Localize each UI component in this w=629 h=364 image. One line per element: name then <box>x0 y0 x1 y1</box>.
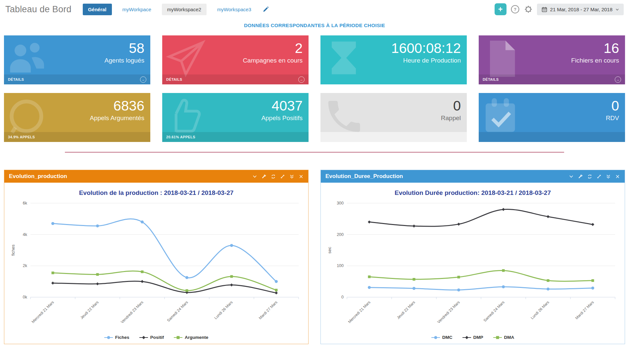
kpi-value: 1600:08:12 <box>391 41 461 56</box>
users-icon <box>7 38 48 79</box>
data-point-Positif <box>51 282 54 285</box>
chart-legend: DMCDMPDMA <box>323 335 622 342</box>
data-point-DMA <box>502 269 505 272</box>
data-point-DMP <box>502 208 505 211</box>
data-point-Fiches <box>275 280 278 283</box>
legend-item-DMP[interactable]: DMP <box>462 335 483 340</box>
data-point-Positif <box>141 280 144 283</box>
data-point-Fiches <box>51 222 54 225</box>
svg-text:0k: 0k <box>23 295 27 299</box>
wrench-icon[interactable] <box>262 174 266 179</box>
kpi-value: 58 <box>105 41 144 56</box>
arrow-right-icon[interactable]: → <box>140 76 146 83</box>
data-point-Fiches <box>141 220 144 223</box>
y-axis-title: fiches <box>11 245 16 256</box>
kpi-footer-text: DÉTAILS <box>8 77 24 81</box>
arrow-right-icon[interactable]: → <box>298 76 305 83</box>
double-chevron-down-icon[interactable] <box>606 174 611 179</box>
kpi-label: Campagnes en cours <box>243 57 303 64</box>
chevron-down-icon[interactable] <box>252 174 257 179</box>
expand-icon[interactable] <box>597 174 602 179</box>
refresh-icon[interactable] <box>587 174 592 179</box>
arrow-right-icon[interactable]: → <box>615 76 621 83</box>
data-point-DMP <box>368 220 371 223</box>
kpi-footer[interactable]: DÉTAILS→ <box>4 74 150 84</box>
kpi-card[interactable]: 4037 Appels Positifs 20.61% APPELS <box>162 93 309 142</box>
data-point-Argumente <box>141 270 144 273</box>
wrench-icon[interactable] <box>578 174 583 179</box>
data-point-DMA <box>413 278 415 281</box>
data-point-DMC <box>368 286 371 289</box>
tab-myworkspace2[interactable]: myWorkspace2 <box>162 4 207 15</box>
data-point-DMC <box>547 288 550 291</box>
kpi-card[interactable]: 0 RDV <box>479 93 625 142</box>
legend-label: Positif <box>150 335 164 340</box>
section-divider <box>65 152 564 153</box>
kpi-card[interactable]: 2 Campagnes en cours DÉTAILS→ <box>162 35 309 84</box>
line-chart: 0100200300secMercredi 21 MarsJeudi 22 Ma… <box>324 198 622 334</box>
kpi-card[interactable]: 6836 Appels Argumentés 34.9% APPELS <box>4 93 150 142</box>
kpi-footer-text: DÉTAILS <box>483 77 499 81</box>
series-line-Fiches <box>53 219 276 282</box>
kpi-label: Appels Positifs <box>261 114 303 122</box>
x-axis-label: Samedi 24 Mars <box>166 300 189 323</box>
kpi-value: 4037 <box>261 98 303 114</box>
chart-title: Evolution Durée production: 2018-03-21 /… <box>323 189 622 197</box>
kpi-footer[interactable]: DÉTAILS→ <box>479 74 625 84</box>
gear-icon[interactable] <box>524 5 533 14</box>
legend-item-Fiches[interactable]: Fiches <box>104 335 129 340</box>
data-point-Positif <box>96 282 99 285</box>
question-icon[interactable]: ? <box>510 5 520 14</box>
series-line-Positif <box>53 281 276 293</box>
refresh-icon[interactable] <box>271 174 276 179</box>
kpi-footer[interactable]: DÉTAILS→ <box>162 74 309 84</box>
kpi-footer <box>479 132 625 142</box>
kpi-footer-text: DÉTAILS <box>166 77 182 81</box>
paper-plane-icon <box>165 38 206 79</box>
date-range-value: 21 Mar, 2018 - 27 Mar, 2018 <box>550 7 612 12</box>
kpi-value: 0 <box>606 98 619 114</box>
double-chevron-down-icon[interactable] <box>289 174 294 179</box>
legend-item-Argumente[interactable]: Argumente <box>174 335 208 340</box>
data-point-Positif <box>230 283 233 286</box>
panel-header: Evolution_production <box>4 170 308 183</box>
pencil-icon[interactable] <box>263 6 269 13</box>
data-point-DMC <box>502 285 505 288</box>
panel-toolbar <box>569 174 620 179</box>
add-widget-button[interactable]: + <box>495 3 507 15</box>
data-point-DMA <box>458 276 460 278</box>
kpi-value: 16 <box>571 41 619 56</box>
kpi-card[interactable]: 1600:08:12 Heure de Production <box>320 35 467 84</box>
x-axis-label: Mercredi 21 Mars <box>31 300 55 324</box>
tab-myworkspace3[interactable]: myWorkspace3 <box>212 4 257 15</box>
kpi-card[interactable]: 0 Rappel <box>320 93 467 142</box>
close-icon[interactable] <box>299 174 304 179</box>
close-icon[interactable] <box>615 174 620 179</box>
kpi-card[interactable]: 58 Agents logués DÉTAILS→ <box>4 35 150 84</box>
legend-item-Positif[interactable]: Positif <box>139 335 164 340</box>
y-axis-title: sec <box>327 247 332 253</box>
legend-label: DMC <box>442 335 453 340</box>
date-range-picker[interactable]: 21 Mar, 2018 - 27 Mar, 2018 <box>537 4 624 15</box>
tab-g-n-ral[interactable]: Général <box>83 4 112 15</box>
svg-text:100: 100 <box>337 263 344 268</box>
legend-label: Argumente <box>185 335 208 340</box>
data-point-Argumente <box>186 289 188 292</box>
tab-myworkpace[interactable]: myWorkpace <box>117 4 157 15</box>
legend-label: DMP <box>473 335 483 340</box>
chevron-down-icon[interactable] <box>569 174 574 179</box>
legend-item-DMC[interactable]: DMC <box>431 335 453 340</box>
kpi-footer-text: 34.9% APPELS <box>8 135 35 139</box>
legend-item-DMA[interactable]: DMA <box>493 335 514 340</box>
data-point-DMA <box>547 279 550 282</box>
kpi-label: Agents logués <box>105 57 144 64</box>
svg-text:0: 0 <box>341 295 344 299</box>
header-actions: + ? 21 Mar, 2018 - 27 Mar, 2018 <box>495 3 624 15</box>
data-point-Fiches <box>96 224 99 227</box>
data-point-Fiches <box>185 276 188 279</box>
kpi-card[interactable]: 16 Fichiers en cours DÉTAILS→ <box>479 35 625 84</box>
chart-panel: Evolution_Duree_Production Evolution Dur… <box>320 170 625 344</box>
panel-toolbar <box>252 174 304 179</box>
kpi-footer-text: 20.61% APPELS <box>166 135 195 139</box>
expand-icon[interactable] <box>280 174 285 179</box>
